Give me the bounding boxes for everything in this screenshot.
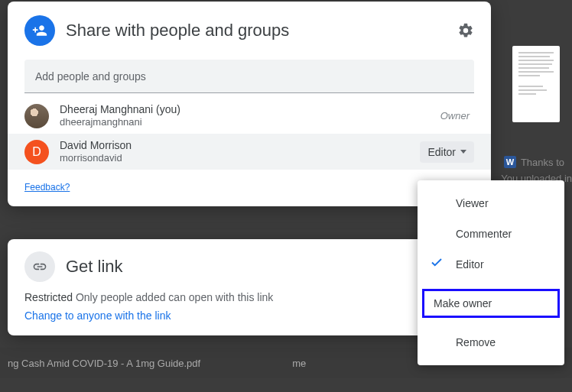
bg-side-label-1: Thanks to — [521, 157, 564, 168]
check-icon — [430, 256, 444, 274]
change-link-visibility[interactable]: Change to anyone with the link — [24, 309, 171, 322]
person-name: David Morrison — [60, 138, 420, 152]
share-people-icon — [24, 15, 55, 46]
link-header: Get link — [24, 251, 474, 282]
link-restriction-label: Restricted — [24, 291, 73, 303]
bg-side-text-1: W Thanks to — [504, 156, 564, 168]
menu-item-label: Commenter — [456, 228, 512, 240]
chevron-down-icon — [460, 150, 466, 154]
menu-item-label: Editor — [456, 258, 484, 271]
person-row-owner: Dheeraj Manghnani (you) dheerajmanghnani… — [8, 98, 491, 134]
menu-item-label: Viewer — [456, 197, 489, 209]
link-title: Get link — [66, 257, 123, 277]
word-icon: W — [504, 156, 516, 168]
person-email: dheerajmanghnani — [60, 116, 440, 129]
role-dropdown-menu: Viewer Commenter Editor Make owner Remov… — [418, 180, 564, 365]
menu-item-label: Make owner — [434, 297, 492, 309]
role-dropdown-button[interactable]: Editor — [420, 141, 474, 163]
avatar: D — [24, 140, 49, 164]
role-dropdown-label: Editor — [427, 146, 456, 158]
bg-file-owner: me — [292, 358, 306, 369]
doc-preview-thumbnail — [512, 46, 560, 122]
menu-item-remove[interactable]: Remove — [418, 327, 564, 358]
menu-item-editor[interactable]: Editor — [418, 249, 564, 280]
person-name: Dheeraj Manghnani (you) — [60, 102, 440, 116]
link-description: Restricted Only people added can open wi… — [24, 291, 474, 303]
gear-icon[interactable] — [457, 22, 474, 39]
menu-item-commenter[interactable]: Commenter — [418, 219, 564, 249]
share-title: Share with people and groups — [66, 21, 457, 40]
add-people-input[interactable]: Add people and groups — [24, 60, 474, 93]
feedback-link-wrap: Feedback? — [24, 180, 474, 193]
add-people-placeholder: Add people and groups — [35, 70, 146, 83]
menu-item-viewer[interactable]: Viewer — [418, 188, 564, 219]
feedback-link[interactable]: Feedback? — [24, 182, 70, 193]
link-restriction-text: Only people added can open with this lin… — [73, 291, 273, 303]
role-owner-label: Owner — [440, 110, 470, 121]
bg-filename: ng Cash Amid COVID-19 - A 1mg Guide.pdf — [8, 358, 200, 369]
avatar — [24, 104, 49, 128]
person-row-editor: D David Morrison morrisondavid Editor — [8, 134, 491, 170]
menu-item-make-owner[interactable]: Make owner — [422, 289, 560, 318]
link-icon — [24, 251, 55, 282]
people-list: Dheeraj Manghnani (you) dheerajmanghnani… — [8, 98, 491, 170]
menu-item-label: Remove — [456, 336, 496, 348]
share-header: Share with people and groups — [8, 2, 491, 55]
person-email: morrisondavid — [60, 152, 420, 165]
share-dialog: Share with people and groups Add people … — [8, 2, 491, 206]
